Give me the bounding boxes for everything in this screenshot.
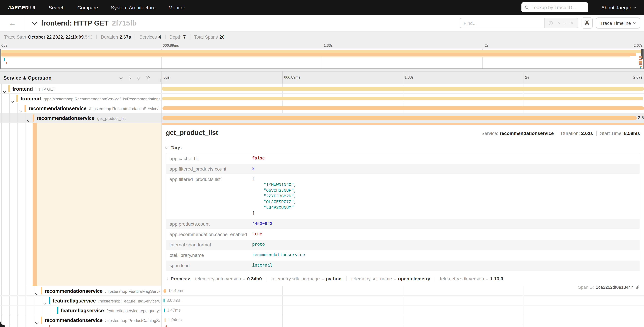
chevron-down-icon[interactable] bbox=[36, 290, 38, 296]
span-tree-cell[interactable]: featureflagservicefeatureflagservice.rep… bbox=[0, 306, 162, 315]
divider bbox=[266, 276, 267, 281]
about-jaeger-label: About Jaeger bbox=[601, 4, 631, 10]
tag-row[interactable]: app.products.count 44530923 bbox=[166, 219, 640, 229]
span-tree-cell[interactable]: recommendationserviceget_product_list bbox=[0, 113, 162, 122]
collapse-all-icon[interactable] bbox=[137, 76, 141, 80]
span-timeline-cell[interactable]: 3.47ms bbox=[162, 306, 644, 315]
span-timeline-cell[interactable]: 2.62s bbox=[162, 113, 644, 122]
span-timeline-cell[interactable]: 3.68ms bbox=[162, 296, 644, 305]
selected-span-top-strip bbox=[162, 123, 644, 125]
tag-value: true bbox=[252, 232, 262, 237]
tag-row[interactable]: internal.span.format proto bbox=[166, 240, 640, 250]
span-timeline-cell[interactable] bbox=[162, 104, 644, 113]
divider bbox=[557, 131, 557, 136]
depth-value: 7 bbox=[183, 34, 186, 40]
divider bbox=[165, 34, 165, 39]
collapse-one-icon[interactable] bbox=[119, 76, 123, 80]
span-bar[interactable] bbox=[164, 318, 166, 322]
expand-all-icon[interactable] bbox=[146, 76, 150, 80]
tag-row[interactable]: app.cache_hit false bbox=[166, 154, 640, 164]
tag-row[interactable]: app.filtered_products.list [ "1YMWWN1N4O… bbox=[166, 174, 640, 219]
span-tree-cell[interactable]: frontendHTTP GET bbox=[0, 84, 162, 93]
span-tree-cell[interactable] bbox=[0, 325, 162, 327]
span-row-frontend-http-get: frontendHTTP GET bbox=[0, 84, 644, 94]
find-clear-icon[interactable]: ✕ bbox=[570, 20, 574, 26]
minimap-canvas[interactable] bbox=[0, 49, 644, 69]
divider bbox=[166, 141, 640, 141]
nav-item-monitor[interactable]: Monitor bbox=[168, 4, 185, 10]
trace-title: frontend: HTTP GET bbox=[41, 19, 108, 27]
tags-section-toggle[interactable]: Tags bbox=[166, 145, 640, 150]
span-bar[interactable] bbox=[164, 289, 166, 293]
find-prev-icon[interactable] bbox=[556, 22, 560, 25]
span-tree-cell[interactable]: featureflagservice/hipstershop.FeatureFl… bbox=[0, 296, 162, 305]
tag-row[interactable]: app.filtered_products.count 8 bbox=[166, 164, 640, 174]
nav-item-system-architecture[interactable]: System Architecture bbox=[111, 4, 156, 10]
span-tree-cell[interactable]: frontendgrpc.hipstershop.RecommendationS… bbox=[0, 94, 162, 103]
span-bar[interactable] bbox=[162, 106, 644, 110]
process-section-toggle[interactable]: Process: telemetry.auto.version=0.34b0 t… bbox=[166, 276, 640, 281]
total-spans-label: Total Spans bbox=[194, 34, 218, 40]
tag-value: false bbox=[252, 156, 265, 162]
span-row-recommendationservice-featureflag: recommendationservice/hipstershop.Featur… bbox=[0, 286, 644, 296]
trace-view-dropdown[interactable]: Trace Timeline bbox=[596, 18, 640, 28]
span-tree-cell[interactable]: recommendationservice/hipstershop.Recomm… bbox=[0, 104, 162, 113]
back-arrow-icon: ← bbox=[9, 19, 16, 27]
trace-id-lookup-input[interactable] bbox=[532, 5, 584, 10]
chevron-down-icon[interactable] bbox=[12, 97, 14, 103]
span-timeline-cell[interactable] bbox=[162, 84, 644, 93]
find-next-icon[interactable] bbox=[563, 21, 566, 24]
find-input[interactable] bbox=[460, 18, 544, 28]
chevron-down-icon[interactable] bbox=[20, 107, 22, 113]
span-bar[interactable] bbox=[162, 116, 636, 120]
span-tree-cell[interactable]: recommendationservice/hipstershop.Produc… bbox=[0, 315, 162, 325]
collapse-trace-chevron-icon[interactable] bbox=[32, 20, 37, 25]
tag-row[interactable]: app.recommendation.cache_enabled true bbox=[166, 229, 640, 240]
tag-key: span.kind bbox=[170, 263, 252, 268]
trace-meta-bar: Trace Start October 22 2022, 22:10:09 .5… bbox=[0, 32, 644, 42]
column-resize-handle[interactable] bbox=[159, 79, 161, 82]
span-bar[interactable] bbox=[166, 325, 167, 327]
span-timeline-cell[interactable] bbox=[162, 94, 644, 103]
locate-span-icon[interactable] bbox=[549, 21, 553, 25]
span-timeline-cell[interactable] bbox=[162, 325, 644, 327]
tags-section-title: Tags bbox=[170, 145, 182, 150]
chevron-down-icon[interactable] bbox=[28, 117, 30, 122]
keyboard-shortcuts-button[interactable]: ⌘ bbox=[582, 18, 592, 28]
span-bar[interactable] bbox=[162, 87, 644, 91]
expand-one-icon[interactable] bbox=[128, 76, 132, 80]
chevron-down-icon bbox=[166, 146, 168, 149]
span-row-featureflagservice-get: featureflagservice/hipstershop.FeatureFl… bbox=[0, 296, 644, 306]
span-bar[interactable] bbox=[162, 97, 643, 100]
span-duration-label: 3.47ms bbox=[167, 306, 181, 315]
back-button[interactable]: ← bbox=[0, 15, 25, 31]
chevron-down-icon[interactable] bbox=[3, 88, 6, 93]
span-bar[interactable] bbox=[164, 308, 165, 312]
ruler-tick: 1.33s bbox=[404, 75, 414, 79]
chevron-down-icon[interactable] bbox=[44, 300, 46, 305]
service-operation-header: Service & Operation bbox=[0, 72, 162, 84]
detail-start-label: Start Time: bbox=[600, 130, 623, 136]
span-tree-cell[interactable]: recommendationservice/hipstershop.Featur… bbox=[0, 286, 162, 296]
tag-row[interactable]: span.kind internal bbox=[166, 260, 640, 271]
tag-value: proto bbox=[252, 242, 265, 248]
trace-title-bar: ← frontend: HTTP GET 2f715fb ✕ ⌘ Trace T… bbox=[0, 15, 644, 32]
trace-view-dropdown-label: Trace Timeline bbox=[600, 20, 631, 26]
chevron-down-icon[interactable] bbox=[36, 319, 38, 325]
span-timeline-cell[interactable]: 14.49ms bbox=[162, 286, 644, 296]
span-timeline-cell[interactable]: 1.04ms bbox=[162, 315, 644, 325]
span-row-get-product-list-selected: recommendationserviceget_product_list 2.… bbox=[0, 113, 644, 123]
tag-row[interactable]: otel.library.name recommendationservice bbox=[166, 250, 640, 260]
span-detail-panel: get_product_list Service: recommendation… bbox=[162, 123, 644, 286]
total-spans-value: 20 bbox=[220, 34, 224, 40]
about-jaeger-menu[interactable]: About Jaeger bbox=[601, 4, 636, 10]
nav-item-search[interactable]: Search bbox=[49, 4, 65, 10]
trace-id-lookup[interactable] bbox=[522, 2, 588, 12]
nav-item-compare[interactable]: Compare bbox=[78, 4, 98, 10]
minimap-span-bar bbox=[640, 67, 641, 68]
brand-jaeger-ui[interactable]: JAEGER UI bbox=[8, 4, 35, 10]
span-bar[interactable] bbox=[164, 299, 164, 302]
divider bbox=[596, 131, 597, 136]
find-suffix: ✕ bbox=[544, 18, 578, 28]
services-label: Services bbox=[140, 34, 157, 40]
